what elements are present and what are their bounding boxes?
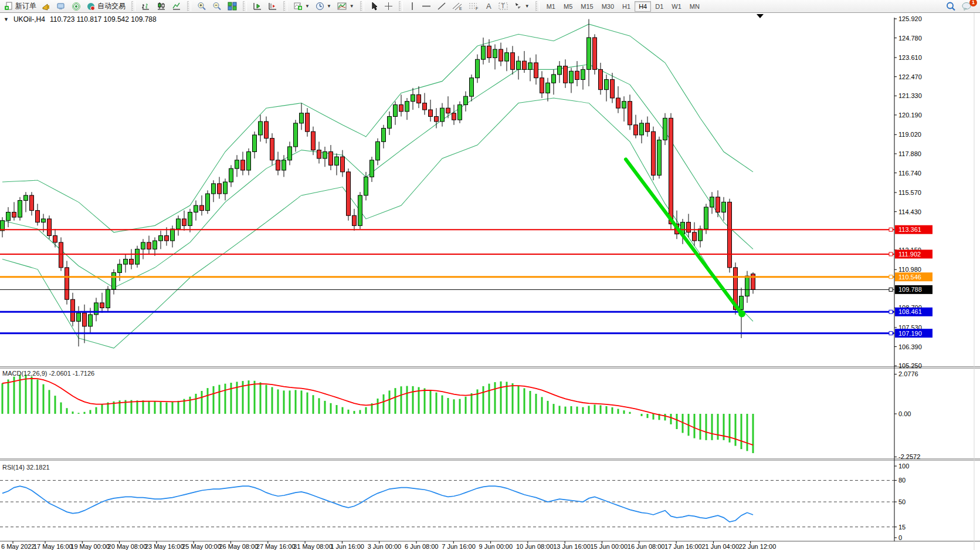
- clock-icon: [316, 2, 324, 11]
- crosshair-icon: [384, 2, 393, 11]
- arrows-button[interactable]: ▼: [511, 1, 533, 12]
- equidistant-channel-button[interactable]: E: [449, 1, 466, 12]
- dropdown-arrow-icon: ▼: [327, 4, 331, 9]
- svg-text:20 May 08:00: 20 May 08:00: [108, 543, 147, 550]
- channel-icon: E: [452, 2, 463, 11]
- periods-button[interactable]: ▼: [313, 1, 334, 12]
- svg-text:110.980: 110.980: [898, 266, 921, 273]
- crosshair-button[interactable]: [381, 1, 396, 12]
- fibonacci-button[interactable]: F: [466, 1, 482, 12]
- rsi-pane: 1008050150: [0, 463, 909, 541]
- zoom-out-button[interactable]: [209, 1, 225, 12]
- svg-text:A: A: [486, 2, 491, 11]
- svg-text:0: 0: [898, 534, 902, 541]
- svg-text:9 Jun 00:00: 9 Jun 00:00: [479, 543, 513, 550]
- svg-text:121.330: 121.330: [898, 92, 922, 99]
- timeframe-m30[interactable]: M30: [598, 1, 618, 12]
- timeframe-mn[interactable]: MN: [686, 1, 704, 12]
- autotrading-icon: [87, 2, 96, 11]
- bar-chart-button[interactable]: [138, 1, 154, 12]
- alerts-button[interactable]: [39, 1, 54, 12]
- svg-text:6 Jun 08:00: 6 Jun 08:00: [405, 543, 439, 550]
- svg-text:50: 50: [898, 498, 906, 505]
- svg-text:122.470: 122.470: [898, 73, 922, 80]
- monitor-icon: [57, 2, 66, 11]
- timeframe-group: M1M5M15M30H1H4D1W1MN: [541, 0, 706, 12]
- template-icon: [337, 2, 347, 11]
- text-label-icon: T: [499, 2, 508, 11]
- chart-canvas[interactable]: 125.920124.780123.610122.470121.330120.1…: [0, 13, 980, 550]
- svg-text:100: 100: [898, 463, 909, 470]
- cursor-button[interactable]: [367, 1, 381, 12]
- svg-text:17 Jun 16:00: 17 Jun 16:00: [664, 543, 702, 550]
- svg-text:3 Jun 00:00: 3 Jun 00:00: [368, 543, 402, 550]
- terminal-button[interactable]: [54, 1, 69, 12]
- line-chart-button[interactable]: [169, 1, 184, 12]
- add-indicator-icon: [293, 2, 303, 11]
- horn-icon: [42, 2, 51, 11]
- bollinger-bands: [2, 24, 753, 348]
- vertical-line-button[interactable]: [406, 1, 419, 12]
- candlestick-button[interactable]: [154, 1, 169, 12]
- new-order-label: 新订单: [15, 1, 36, 11]
- svg-text:10 Jun 08:00: 10 Jun 08:00: [516, 543, 554, 550]
- collapse-arrow-icon[interactable]: ▼: [4, 16, 9, 22]
- svg-text:123.610: 123.610: [898, 54, 922, 61]
- auto-scroll-button[interactable]: [250, 1, 265, 12]
- new-order-button[interactable]: 新订单: [2, 0, 39, 12]
- autotrading-label: 自动交易: [97, 1, 126, 11]
- auto-scroll-icon: [253, 2, 262, 11]
- tile-windows-icon: [228, 2, 237, 11]
- trend-line-button[interactable]: [434, 1, 449, 12]
- svg-text:6 May 2022: 6 May 2022: [1, 543, 35, 550]
- notification-badge: 1: [969, 0, 977, 6]
- new-order-icon: [5, 2, 13, 11]
- svg-text:19 May 00:00: 19 May 00:00: [70, 543, 110, 550]
- svg-text:1 Jun 16:00: 1 Jun 16:00: [330, 543, 364, 550]
- horizontal-lines[interactable]: [0, 228, 894, 335]
- zoom-in-button[interactable]: [194, 1, 209, 12]
- svg-text:120.190: 120.190: [898, 112, 922, 119]
- svg-text:26 May 08:00: 26 May 08:00: [219, 543, 259, 550]
- horizontal-line-button[interactable]: [419, 1, 434, 12]
- svg-text:116.740: 116.740: [898, 170, 921, 177]
- text-label-button[interactable]: T: [496, 1, 511, 12]
- dropdown-arrow-icon: ▼: [305, 4, 310, 9]
- timeframe-m5[interactable]: M5: [559, 1, 577, 12]
- arrows-icon: [514, 2, 523, 11]
- autotrading-button[interactable]: 自动交易: [84, 0, 128, 12]
- notifications-button[interactable]: 1: [959, 1, 975, 12]
- chart-symbol-period: UKOil-,H4: [13, 15, 45, 23]
- fibonacci-icon: F: [469, 2, 479, 11]
- chart-shift-button[interactable]: [265, 1, 280, 12]
- timeframe-d1[interactable]: D1: [651, 1, 667, 12]
- zoom-out-icon: [212, 2, 222, 11]
- svg-text:7 Jun 16:00: 7 Jun 16:00: [442, 543, 476, 550]
- candlestick-icon: [157, 2, 166, 11]
- add-indicator-button[interactable]: ▼: [290, 1, 313, 12]
- timeframe-w1[interactable]: W1: [667, 1, 686, 12]
- rsi-indicator-label: RSI(14) 32.1821: [2, 464, 50, 471]
- bar-chart-icon: [141, 2, 151, 11]
- timeframe-h1[interactable]: H1: [618, 1, 635, 12]
- chart-window: ▼ UKOil-,H4 110.723 110.817 109.542 109.…: [0, 13, 980, 550]
- text-button[interactable]: A: [482, 1, 496, 12]
- search-button[interactable]: [943, 1, 959, 12]
- svg-text:108.461: 108.461: [898, 308, 922, 315]
- svg-text:15: 15: [898, 524, 906, 531]
- zoom-in-icon: [197, 2, 206, 11]
- timeframe-m15[interactable]: M15: [577, 1, 597, 12]
- line-chart-icon: [172, 2, 181, 11]
- macd-indicator-label: MACD(12,26,9) -2.0601 -1.7126: [2, 370, 94, 377]
- horizontal-line-icon: [422, 2, 431, 11]
- shift-marker-icon[interactable]: [757, 14, 764, 18]
- timeframe-m1[interactable]: M1: [542, 1, 559, 12]
- toolbar: 新订单 自动交易 ▼ ▼: [0, 0, 980, 13]
- svg-text:124.780: 124.780: [898, 35, 922, 42]
- signals-button[interactable]: [69, 1, 84, 12]
- svg-text:0.00: 0.00: [898, 410, 911, 417]
- timeframe-h4[interactable]: H4: [635, 1, 651, 12]
- cursor-icon: [370, 2, 378, 11]
- tile-windows-button[interactable]: [225, 1, 240, 12]
- templates-button[interactable]: ▼: [334, 1, 357, 12]
